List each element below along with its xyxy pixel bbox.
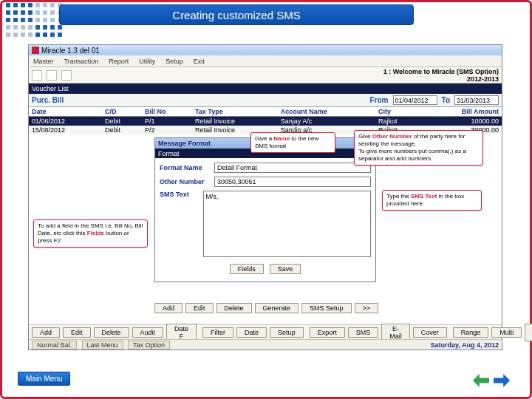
cover-button[interactable]: Cover <box>413 327 447 338</box>
filter-button[interactable]: Filter <box>202 327 233 338</box>
app-icon <box>32 47 39 54</box>
format-name-input[interactable] <box>214 163 371 173</box>
fields-button[interactable]: Fields <box>230 264 264 274</box>
mid-more-button[interactable]: >> <box>355 303 379 313</box>
mid-edit-button[interactable]: Edit <box>185 303 214 313</box>
voucher-print-button[interactable]: Voucher Print <box>525 324 532 341</box>
range-button[interactable]: Range <box>453 327 489 338</box>
toolbar: 1 : Welcome to Miracle (SMS Option) 2012… <box>29 67 502 83</box>
voucher-list-header: Voucher List <box>29 83 502 94</box>
menu-master[interactable]: Master <box>33 58 54 65</box>
status-normal-bal[interactable]: Normal Bal. <box>32 341 77 349</box>
callout-other-number: Give Other Number of the party here for … <box>354 130 483 166</box>
callout-sms-text: Type the SMS Text in the box provided he… <box>382 190 482 211</box>
toolbar-icon-3[interactable] <box>61 70 72 81</box>
app-window: Miracle 1.3 del 01 Master Transaction Re… <box>28 44 502 350</box>
other-number-label: Other Number <box>160 178 211 185</box>
format-name-label: Format Name <box>160 164 211 171</box>
menu-report[interactable]: Report <box>109 58 129 65</box>
voucher-type-label: Purc. Bill <box>32 96 64 104</box>
filter-row: Purc. Bill From To <box>29 94 502 107</box>
from-date-input[interactable] <box>393 95 437 105</box>
menu-exit[interactable]: Exit <box>194 58 205 65</box>
callout-fields: To add a field in the SMS i.e. Bill No, … <box>33 219 148 248</box>
welcome-text: 1 : Welcome to Miracle (SMS Option) 2012… <box>383 68 499 83</box>
status-last-menu[interactable]: Last Menu <box>82 341 123 349</box>
datef-button[interactable]: Date F <box>166 324 197 341</box>
add-button[interactable]: Add <box>32 327 60 338</box>
nav-arrows <box>473 374 510 387</box>
menu-transaction[interactable]: Transaction <box>64 58 99 65</box>
toolbar-icon-2[interactable] <box>47 70 57 81</box>
mid-sms-setup-button[interactable]: SMS Setup <box>301 303 352 313</box>
sms-button[interactable]: SMS <box>348 327 379 338</box>
save-button[interactable]: Save <box>270 264 301 274</box>
other-number-input[interactable] <box>214 177 371 187</box>
table-row[interactable]: 01/06/2012Debit P/1Retail Invoice Sanjay… <box>29 117 502 126</box>
menu-setup[interactable]: Setup <box>166 58 183 65</box>
main-menu-button[interactable]: Main Menu <box>18 372 70 386</box>
multi-button[interactable]: Multi <box>491 327 522 338</box>
date-button[interactable]: Date <box>236 327 267 338</box>
grid-header-row: DateC/D Bill NoTax Type Account NameCity… <box>29 107 502 117</box>
bottom-button-bar: Add Edit Delete Audit Date F Filter Date… <box>29 324 502 339</box>
app-titlebar: Miracle 1.3 del 01 <box>29 45 502 55</box>
export-button[interactable]: Export <box>310 327 345 338</box>
delete-button[interactable]: Delete <box>94 327 129 338</box>
mid-button-row: Add Edit Delete Generate SMS Setup >> <box>154 303 378 313</box>
mid-delete-button[interactable]: Delete <box>216 303 252 313</box>
sms-text-input[interactable] <box>203 191 371 257</box>
callout-name: Give a Name to the new SMS format <box>250 132 335 153</box>
menubar[interactable]: Master Transaction Report Utility Setup … <box>29 55 502 67</box>
status-date: Saturday, Aug 4, 2012 <box>430 341 499 349</box>
app-title: Miracle 1.3 del 01 <box>41 47 100 55</box>
status-tax-option[interactable]: Tax Option <box>128 341 170 349</box>
prev-slide-icon[interactable] <box>473 374 489 387</box>
menu-utility[interactable]: Utility <box>139 58 155 65</box>
status-bar: Normal Bal. Last Menu Tax Option Saturda… <box>29 339 502 349</box>
email-button[interactable]: E-Mail <box>381 324 410 341</box>
toolbar-icon-1[interactable] <box>32 70 42 81</box>
mid-generate-button[interactable]: Generate <box>255 303 299 313</box>
mid-add-button[interactable]: Add <box>154 303 183 313</box>
message-format-dialog: Message Format Format Format Name Other … <box>154 137 376 282</box>
slide-title: Creating customized SMS <box>59 4 414 25</box>
decorative-dot-grid <box>6 3 62 37</box>
workspace: Message Format Format Format Name Other … <box>29 134 502 334</box>
next-slide-icon[interactable] <box>494 374 510 387</box>
to-label: To <box>442 96 450 104</box>
setup-button[interactable]: Setup <box>270 327 304 338</box>
to-date-input[interactable] <box>454 95 499 105</box>
audit-button[interactable]: Audit <box>132 327 164 338</box>
edit-button[interactable]: Edit <box>63 327 91 338</box>
sms-text-label: SMS Text <box>160 191 200 198</box>
from-label: From <box>370 96 389 104</box>
